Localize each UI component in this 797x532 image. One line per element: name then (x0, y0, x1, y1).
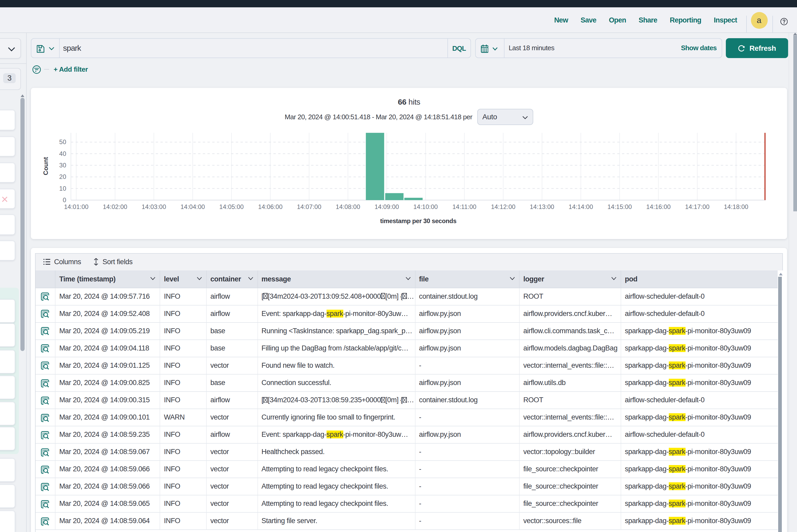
svg-text:14:14:00: 14:14:00 (569, 203, 593, 210)
svg-text:20: 20 (59, 173, 66, 180)
svg-text:Count: Count (42, 157, 49, 175)
svg-text:timestamp per 30 seconds: timestamp per 30 seconds (380, 217, 456, 224)
svg-text:30: 30 (59, 162, 66, 168)
svg-text:14:01:00: 14:01:00 (64, 203, 88, 210)
svg-text:14:08:00: 14:08:00 (336, 203, 360, 210)
svg-text:50: 50 (59, 138, 66, 145)
svg-text:14:05:00: 14:05:00 (219, 203, 244, 210)
svg-text:14:03:00: 14:03:00 (142, 203, 166, 210)
svg-text:14:02:00: 14:02:00 (103, 203, 127, 210)
svg-text:14:10:00: 14:10:00 (413, 203, 438, 210)
svg-text:10: 10 (59, 185, 66, 192)
svg-text:14:07:00: 14:07:00 (297, 203, 321, 210)
svg-text:14:09:00: 14:09:00 (374, 203, 399, 210)
svg-text:14:16:00: 14:16:00 (646, 203, 671, 210)
svg-text:14:15:00: 14:15:00 (607, 203, 632, 210)
svg-text:14:17:00: 14:17:00 (685, 203, 709, 210)
svg-text:40: 40 (59, 150, 66, 157)
svg-text:14:13:00: 14:13:00 (530, 203, 554, 210)
svg-text:14:04:00: 14:04:00 (180, 203, 205, 210)
svg-text:14:18:00: 14:18:00 (724, 203, 748, 210)
svg-text:14:12:00: 14:12:00 (491, 203, 515, 210)
svg-text:14:06:00: 14:06:00 (258, 203, 282, 210)
svg-text:0: 0 (62, 196, 66, 203)
svg-text:14:11:00: 14:11:00 (452, 203, 477, 210)
